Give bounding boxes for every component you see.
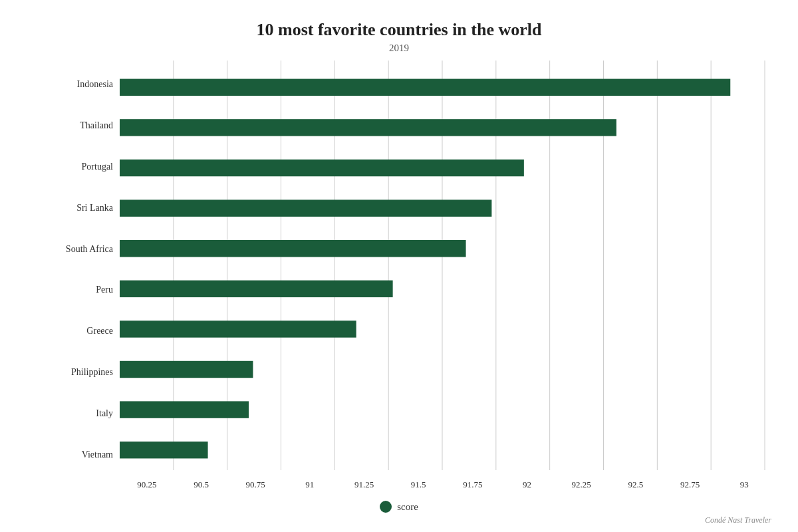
bar-greece <box>120 321 356 337</box>
y-label-sri-lanka: Sri Lanka <box>76 203 113 213</box>
x-label: 91 <box>283 479 337 495</box>
bar-peru <box>120 281 393 297</box>
chart-title: 10 most favorite countries in the world <box>257 20 542 40</box>
bars-grid-area: 90.2590.590.759191.2591.591.759292.2592.… <box>120 61 771 495</box>
x-label: 91.75 <box>446 479 500 495</box>
x-label: 92.25 <box>554 479 608 495</box>
y-label-portugal: Portugal <box>82 162 113 172</box>
chart-subtitle: 2019 <box>389 43 409 54</box>
x-label: 91.25 <box>337 479 392 495</box>
x-axis-labels: 90.2590.590.759191.2591.591.759292.2592.… <box>120 477 771 495</box>
y-label-peru: Peru <box>96 285 113 295</box>
bar-indonesia <box>120 79 730 96</box>
x-label: 90.75 <box>228 479 283 495</box>
legend-dot <box>380 501 392 513</box>
y-axis-labels: IndonesiaThailandPortugalSri LankaSouth … <box>27 61 120 495</box>
chart-area: IndonesiaThailandPortugalSri LankaSouth … <box>27 61 771 495</box>
y-label-indonesia: Indonesia <box>77 80 113 89</box>
y-label-vietnam: Vietnam <box>82 450 113 460</box>
bar-sri-lanka <box>120 200 491 216</box>
y-label-thailand: Thailand <box>80 121 113 130</box>
y-label-south-africa: South Africa <box>66 245 113 254</box>
bar-philippines <box>120 361 253 378</box>
legend: score <box>380 501 418 513</box>
x-label: 93 <box>717 479 771 495</box>
legend-label: score <box>397 501 418 513</box>
bar-italy <box>120 401 249 418</box>
source-text: Condé Nast Traveler <box>705 515 771 525</box>
bar-thailand <box>120 119 616 136</box>
grid-bars <box>120 61 771 477</box>
chart-container: 10 most favorite countries in the world … <box>0 0 798 532</box>
x-label: 90.25 <box>120 479 174 495</box>
x-label: 92 <box>500 479 555 495</box>
x-label: 92.5 <box>608 479 663 495</box>
bar-chart-svg <box>120 61 771 477</box>
x-label: 91.5 <box>391 479 446 495</box>
y-label-greece: Greece <box>86 327 113 336</box>
y-label-italy: Italy <box>96 409 113 418</box>
x-label: 90.5 <box>174 479 229 495</box>
bar-vietnam <box>120 442 208 458</box>
y-label-philippines: Philippines <box>71 368 113 377</box>
x-label: 92.75 <box>663 479 718 495</box>
bar-south-africa <box>120 240 466 257</box>
bar-portugal <box>120 160 524 176</box>
